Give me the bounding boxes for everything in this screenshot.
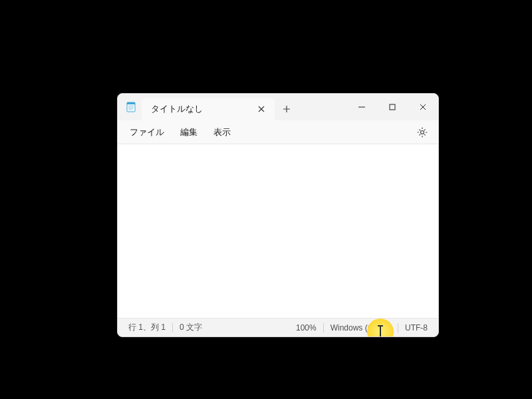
new-tab-button[interactable] (275, 98, 299, 120)
status-line-ending[interactable]: Windows (CRLF) (324, 323, 398, 332)
text-editor[interactable] (118, 144, 438, 318)
tab-active[interactable]: タイトルなし (142, 98, 275, 120)
svg-rect-11 (390, 104, 395, 110)
status-char-count: 0 文字 (173, 322, 209, 333)
notepad-window: タイトルなし (117, 93, 439, 337)
status-encoding[interactable]: UTF-8 (398, 323, 434, 332)
menubar: ファイル 編集 表示 (118, 120, 438, 144)
menu-file[interactable]: ファイル (123, 122, 171, 142)
menu-edit[interactable]: 編集 (174, 122, 204, 142)
close-icon (258, 106, 265, 112)
gear-icon (417, 127, 428, 138)
statusbar: 行 1、列 1 0 文字 100% Windows (CRLF) UTF-8 (118, 318, 438, 336)
tab-close-button[interactable] (253, 101, 269, 117)
notepad-icon (126, 102, 136, 112)
maximize-button[interactable] (377, 94, 408, 120)
svg-rect-1 (127, 102, 135, 104)
minimize-button[interactable] (346, 94, 377, 120)
titlebar[interactable]: タイトルなし (118, 94, 438, 120)
app-icon (118, 94, 139, 120)
status-position: 行 1、列 1 (122, 322, 172, 333)
settings-button[interactable] (412, 122, 433, 143)
maximize-icon (389, 104, 396, 110)
menu-view[interactable]: 表示 (207, 122, 237, 142)
plus-icon (283, 105, 291, 113)
window-controls (346, 94, 438, 120)
status-zoom[interactable]: 100% (289, 323, 323, 332)
tab-title: タイトルなし (151, 103, 253, 115)
window-close-button[interactable] (408, 94, 438, 120)
close-icon (420, 104, 426, 110)
minimize-icon (358, 104, 365, 110)
